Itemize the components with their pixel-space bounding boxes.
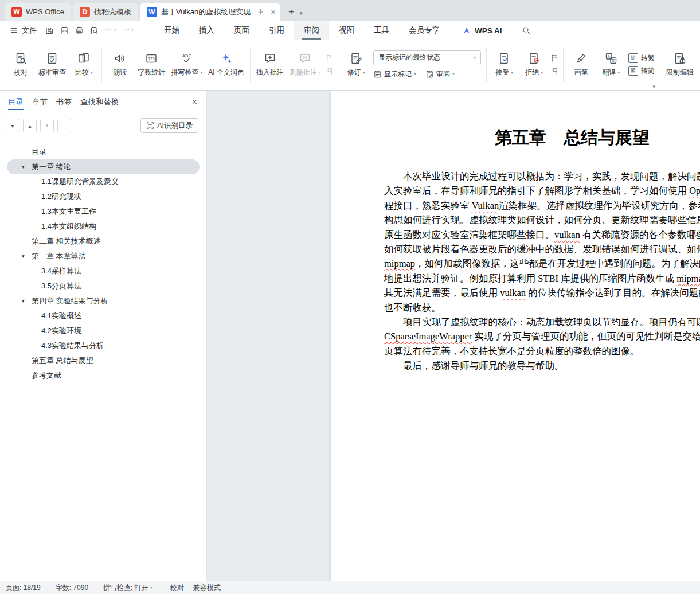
misspelled-word: vulkan: [554, 229, 580, 240]
docer-template-tab[interactable]: D 找稻壳模板: [73, 3, 138, 21]
track-changes-button[interactable]: 修订▾: [341, 49, 371, 80]
zoom-in-level-button[interactable]: +: [40, 119, 54, 132]
close-tab-icon[interactable]: ×: [271, 7, 276, 16]
tab-page[interactable]: 页面: [224, 21, 259, 40]
file-menu[interactable]: 文件: [6, 23, 41, 38]
compatibility-mode-indicator[interactable]: 兼容模式: [193, 583, 221, 593]
document-line: 入实验室后，在导师和师兄的指引下了解图形学相关基础，学习如何使用 OpenGL编: [384, 183, 700, 198]
tab-view[interactable]: 视图: [329, 21, 364, 40]
sidebar-tab-chapters[interactable]: 章节: [32, 91, 48, 114]
show-markup-button[interactable]: 显示标记 ▾: [373, 69, 416, 79]
reviewers-button[interactable]: 审阅 ▾: [425, 69, 455, 79]
ai-polish-button[interactable]: AI 全文润色: [205, 49, 247, 80]
show-markup-icon: [373, 70, 382, 79]
tab-member[interactable]: 会员专享: [399, 21, 449, 40]
search-icon: [522, 26, 531, 35]
expand-all-button[interactable]: ▴: [23, 119, 37, 132]
restrict-editing-button[interactable]: 限制编辑: [663, 49, 697, 80]
toc-item[interactable]: 第二章 相关技术概述: [7, 234, 200, 249]
word-count-indicator[interactable]: 字数: 7090: [56, 583, 88, 593]
chevron-down-icon: ▾: [200, 71, 202, 75]
chevron-down-icon: ▾: [151, 585, 153, 590]
toc-item[interactable]: 4.1实验概述: [7, 308, 200, 323]
next-change-button[interactable]: [550, 67, 559, 76]
toc-item[interactable]: 参考文献: [7, 368, 200, 383]
read-aloud-button[interactable]: 朗读: [105, 49, 135, 80]
tab-references[interactable]: 引用: [259, 21, 294, 40]
toc-item[interactable]: 第五章 总结与展望: [7, 353, 200, 368]
wps-window: W WPS Office D 找稻壳模板 W 基于Vulkan的虚拟纹理实现 ×…: [0, 0, 700, 594]
toc-panel: 目录 ▾ 第一章 绪论 1.1课题研究背景及意义 1.2研究现状 1.3本文主要…: [0, 138, 206, 581]
markup-state-dropdown[interactable]: 显示标记的最终状态 ▾: [373, 50, 481, 65]
toc-item[interactable]: 1.3本文主要工作: [7, 204, 200, 219]
ribbon-collapse-caret-icon[interactable]: ▾: [652, 84, 655, 89]
chevron-down-icon[interactable]: ▾: [22, 253, 25, 259]
ai-recognize-toc-button[interactable]: AI识别目录: [140, 118, 198, 133]
toc-item[interactable]: 1.1课题研究背景及意义: [7, 174, 200, 189]
spell-check-status[interactable]: 拼写检查: 打开 ▾: [103, 583, 153, 593]
print-preview-button[interactable]: [87, 23, 101, 38]
sidebar-tab-contents[interactable]: 目录: [8, 91, 24, 114]
tab-insert[interactable]: 插入: [189, 21, 224, 40]
toc-item[interactable]: 目录: [7, 144, 200, 159]
proofread-button[interactable]: 校对: [6, 49, 36, 80]
track-changes-icon: [349, 52, 363, 65]
toc-item[interactable]: 3.5分页算法: [7, 279, 200, 294]
accept-button[interactable]: 接受▾: [490, 49, 519, 80]
toc-item[interactable]: 1.2研究现状: [7, 189, 200, 204]
pin-icon[interactable]: [257, 8, 264, 15]
tab-list-caret-icon[interactable]: ▾: [300, 10, 303, 16]
toc-item[interactable]: ▾ 第一章 绪论: [7, 159, 200, 174]
document-page[interactable]: 第五章 总结与展望 本次毕业设计的完成过程可以概括为：学习，实践，发现问题，解决…: [331, 91, 700, 581]
sidebar-tab-bookmarks[interactable]: 书签: [56, 91, 72, 114]
toc-item[interactable]: ▾ 第四章 实验结果与分析: [7, 294, 200, 308]
ink-pen-button[interactable]: 画笔: [566, 49, 596, 80]
export-pdf-button[interactable]: PDF: [57, 23, 72, 38]
standard-review-button[interactable]: 标准审查: [36, 49, 69, 80]
save-button[interactable]: [42, 23, 57, 38]
reject-button[interactable]: 拒绝▾: [519, 49, 549, 80]
home-tab[interactable]: W WPS Office: [5, 3, 71, 21]
compare-icon: [77, 52, 91, 65]
insert-comment-button[interactable]: 插入批注: [253, 49, 287, 80]
document-line: 也不断收获。: [384, 300, 700, 315]
wps-ai-button[interactable]: WPS AI: [457, 22, 507, 38]
ai-polish-icon: [220, 52, 233, 65]
spell-check-button[interactable]: ABC 拼写检查▾: [168, 49, 205, 80]
proofread-status[interactable]: 校对: [170, 583, 184, 593]
previous-change-icon: [550, 54, 559, 62]
collapse-all-button[interactable]: ▾: [6, 119, 19, 132]
chevron-down-icon[interactable]: ▾: [22, 298, 25, 304]
document-line: 页算法有待完善，不支持长宽不是分页粒度的整数倍的图像。: [384, 344, 700, 358]
document-tab-label: 基于Vulkan的虚拟纹理实现: [161, 7, 251, 17]
tab-tools[interactable]: 工具: [364, 21, 399, 40]
to-traditional-button[interactable]: 简 转繁: [628, 53, 655, 63]
compare-button[interactable]: 比较▾: [69, 49, 99, 80]
to-simplified-button[interactable]: 繁 转简: [628, 66, 655, 76]
word-count-button[interactable]: 123 字数统计: [135, 49, 168, 80]
print-button[interactable]: [72, 23, 87, 38]
proofread-icon: [14, 52, 28, 65]
close-sidebar-icon[interactable]: ×: [192, 97, 197, 107]
search-button[interactable]: [519, 24, 533, 37]
docer-logo-icon: D: [80, 7, 90, 17]
tab-review[interactable]: 审阅: [294, 21, 329, 40]
chevron-down-icon[interactable]: ▾: [22, 163, 25, 170]
toc-item[interactable]: 1.4本文组织结构: [7, 219, 200, 234]
chevron-down-icon: ▾: [362, 71, 365, 75]
toc-item[interactable]: 4.3实验结果与分析: [7, 338, 200, 353]
page-indicator[interactable]: 页面: 18/19: [6, 583, 41, 593]
spell-check-icon: ABC: [180, 52, 194, 65]
toc-item[interactable]: 4.2实验环境: [7, 323, 200, 338]
translate-button[interactable]: A文 翻译▾: [596, 49, 626, 80]
new-tab-button[interactable]: +: [284, 5, 299, 19]
delete-comment-button: 删除批注▾: [287, 49, 324, 80]
tab-home[interactable]: 开始: [154, 21, 189, 40]
toc-item[interactable]: ▾ 第三章 本章算法: [7, 249, 200, 264]
misspelled-word: vulkan: [500, 287, 526, 298]
previous-change-button[interactable]: [550, 54, 559, 62]
toc-item[interactable]: 3.4采样算法: [7, 264, 200, 279]
sidebar-tab-find-replace[interactable]: 查找和替换: [80, 91, 119, 114]
zoom-out-level-button[interactable]: −: [57, 119, 71, 132]
document-tab[interactable]: W 基于Vulkan的虚拟纹理实现 ×: [140, 3, 280, 21]
